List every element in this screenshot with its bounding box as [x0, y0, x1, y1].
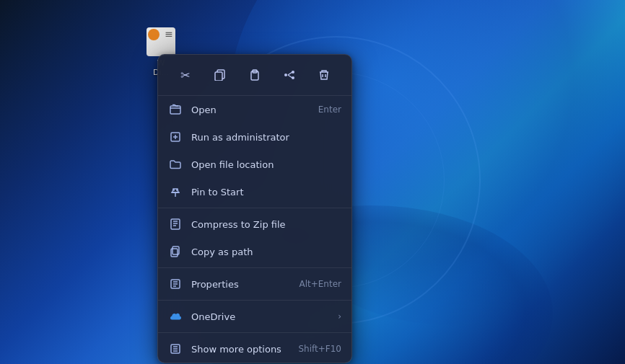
copy-path-icon [168, 244, 183, 259]
svg-rect-15 [171, 219, 180, 229]
copy-as-path-label: Copy as path [191, 247, 341, 257]
properties-shortcut: Alt+Enter [299, 279, 341, 289]
open-icon [168, 102, 183, 117]
show-more-options-icon [168, 342, 183, 356]
share-button[interactable] [276, 62, 302, 88]
onedrive-menu-item[interactable]: OneDrive › [158, 303, 351, 330]
compress-icon [168, 217, 183, 231]
open-label: Open [191, 105, 318, 115]
context-toolbar: ✂ [158, 55, 351, 96]
svg-rect-1 [215, 72, 222, 81]
properties-menu-item[interactable]: Properties Alt+Enter [158, 270, 351, 298]
divider-3 [158, 300, 351, 301]
copy-as-path-menu-item[interactable]: Copy as path [158, 238, 351, 265]
open-file-location-label: Open file location [191, 159, 341, 170]
cut-button[interactable]: ✂ [172, 62, 198, 88]
onedrive-chevron-icon: › [338, 311, 341, 321]
svg-rect-9 [170, 106, 180, 114]
compress-to-zip-label: Compress to Zip file [191, 219, 341, 230]
compress-to-zip-menu-item[interactable]: Compress to Zip file [158, 210, 351, 238]
desktop: WDi... ✂ [0, 0, 625, 364]
pin-icon [168, 185, 183, 199]
show-more-options-shortcut: Shift+F10 [298, 344, 341, 354]
copy-button[interactable] [207, 62, 233, 88]
onedrive-label: OneDrive [191, 311, 332, 322]
open-file-location-menu-item[interactable]: Open file location [158, 151, 351, 178]
pin-to-start-menu-item[interactable]: Pin to Start [158, 178, 351, 205]
divider-2 [158, 267, 351, 268]
open-menu-item[interactable]: Open Enter [158, 96, 351, 123]
svg-point-6 [284, 74, 287, 76]
paste-button[interactable] [242, 62, 268, 88]
context-menu: ✂ [157, 54, 352, 363]
run-as-admin-icon [168, 130, 183, 144]
divider-4 [158, 332, 351, 333]
show-more-options-menu-item[interactable]: Show more options Shift+F10 [158, 335, 351, 363]
run-as-admin-label: Run as administrator [191, 132, 341, 143]
show-more-options-label: Show more options [191, 344, 298, 355]
properties-label: Properties [191, 279, 299, 290]
open-shortcut: Enter [318, 105, 341, 115]
pin-to-start-label: Pin to Start [191, 187, 341, 197]
properties-icon [168, 277, 183, 291]
divider-1 [158, 208, 351, 208]
svg-point-4 [292, 71, 294, 74]
delete-button[interactable] [311, 62, 337, 88]
open-file-location-icon [168, 157, 183, 172]
onedrive-icon [168, 309, 183, 324]
run-as-admin-menu-item[interactable]: Run as administrator [158, 123, 351, 151]
desktop-icon-image [147, 27, 175, 56]
svg-point-5 [292, 76, 294, 79]
